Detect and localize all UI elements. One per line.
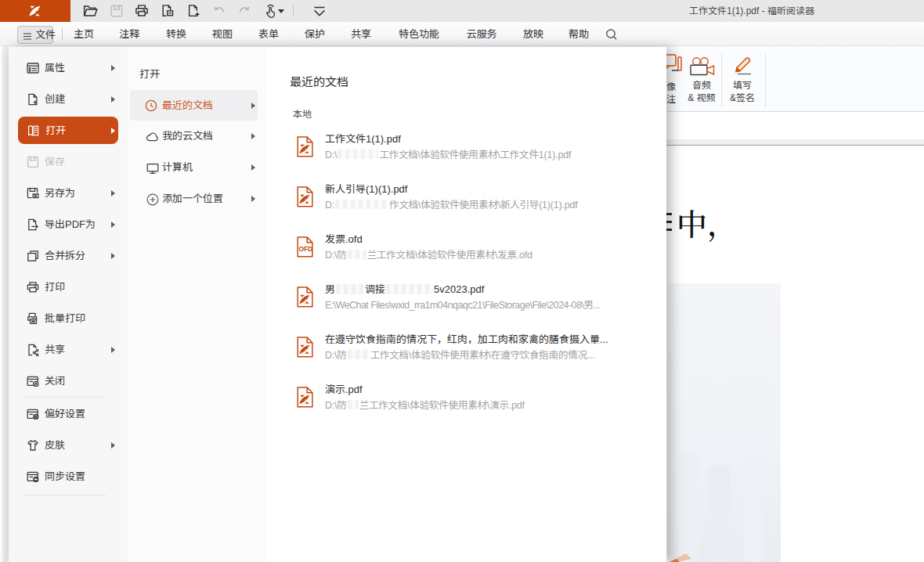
- svg-text:OFD: OFD: [299, 245, 312, 253]
